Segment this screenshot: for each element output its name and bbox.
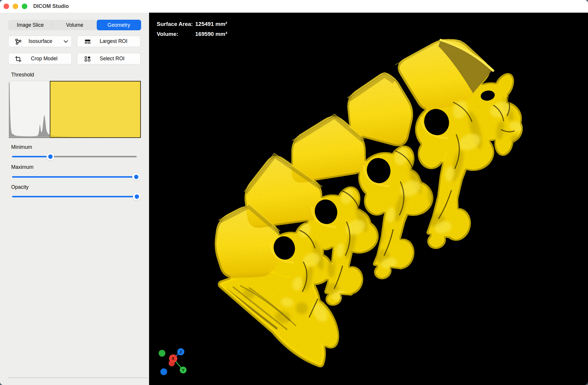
svg-text:Z: Z xyxy=(180,350,182,354)
svg-text:X: X xyxy=(172,356,175,361)
svg-text:Y: Y xyxy=(182,368,185,372)
